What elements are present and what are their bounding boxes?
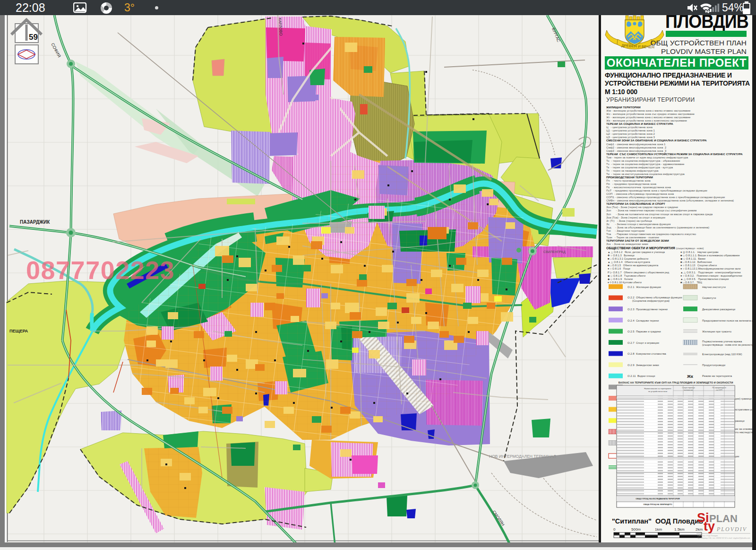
- svg-text:на ОУП: на ОУП: [716, 389, 722, 391]
- svg-text:Сервитути: Сервитути: [702, 297, 716, 299]
- svg-text:О.2.2 Обществено обслужващи ф: О.2.2 Обществено обслужващи функции: [627, 296, 682, 299]
- svg-text:Научни институти: Научни институти: [702, 286, 726, 288]
- svg-text:О.2.9 Земеделски земи: О.2.9 Земеделски земи: [627, 364, 659, 367]
- svg-text:СВИЛЕНГРАД: СВИЛЕНГРАД: [543, 250, 566, 254]
- svg-text:О.2.1 Жилищни функции: О.2.1 Жилищни функции: [627, 286, 661, 288]
- svg-text:О.2.11 Водни площи: О.2.11 Водни площи: [627, 375, 655, 377]
- svg-text:0: 0: [613, 527, 616, 532]
- svg-text:положение: положение: [684, 389, 693, 391]
- svg-text:БАЛАНС НА ТЕРИТОРИИТЕ КЪМ ОУП: БАЛАНС НА ТЕРИТОРИИТЕ КЪМ ОУП НА ГРАД ПЛ…: [619, 381, 733, 384]
- svg-text:ОБЩА ПЛОЩ НА ЗЕМЛИЩЕТО: ОБЩА ПЛОЩ НА ЗЕМЛИЩЕТО: [643, 503, 672, 506]
- svg-text:Съществуващо: Съществуващо: [682, 387, 695, 389]
- svg-text:Жк: Жк: [687, 374, 693, 379]
- svg-text:Режим на територията: Режим на територията: [702, 375, 732, 377]
- svg-text:Електропроводи (над 110 KW): Електропроводи (над 110 KW): [702, 353, 742, 356]
- svg-text:О.2.3 Производствени терени: О.2.3 Производствени терени: [627, 308, 668, 311]
- svg-text:О.2.5 Паркове и градини: О.2.5 Паркове и градини: [627, 330, 661, 333]
- svg-text:ОБЩО ПЛОЩ НА ИЗСЛЕДВАНАТА ТЕРИ: ОБЩО ПЛОЩ НА ИЗСЛЕДВАНАТА ТЕРИТОРИЯ: [636, 498, 680, 500]
- svg-text:59: 59: [29, 33, 38, 42]
- svg-text:(съществуваща - нова или за ре: (съществуваща - нова или за реконструкци…: [702, 343, 752, 346]
- svg-text:Продуктопроводи: Продуктопроводи: [702, 364, 725, 367]
- svg-text:ПАЗАРДЖИК: ПАЗАРДЖИК: [20, 219, 50, 225]
- svg-text:Предохранителни пояси на зелен: Предохранителни пояси на зелената с-ма: [702, 319, 752, 322]
- svg-text:Ситиплан ООД Пловдив: Ситиплан ООД Пловдив: [697, 535, 718, 537]
- svg-text:1km: 1km: [655, 527, 662, 532]
- svg-text:ty: ty: [704, 519, 715, 533]
- svg-text:О.2.8 Комунални стопанства: О.2.8 Комунални стопанства: [627, 352, 666, 355]
- svg-text:1.5km: 1.5km: [674, 527, 685, 532]
- svg-text:Наименование на териториите: Наименование на териториите: [644, 387, 671, 390]
- svg-text:Жилищни при трасето: Жилищни при трасето: [702, 330, 732, 333]
- svg-text:О.2.4 Складови терени: О.2.4 Складови терени: [627, 319, 659, 322]
- svg-text:PLOVDIV: PLOVDIV: [716, 526, 747, 533]
- svg-text:500m: 500m: [631, 527, 641, 532]
- svg-text:Декоративни разсадници: Декоративни разсадници: [702, 308, 735, 311]
- svg-text:по устройствени зони: по устройствени зони: [648, 390, 667, 393]
- svg-text:По предвиждане: По предвиждане: [712, 387, 726, 389]
- svg-text:ПЕЩЕРА: ПЕЩЕРА: [9, 329, 28, 333]
- svg-text:О.2.7 Спорт и атракции: О.2.7 Спорт и атракции: [627, 341, 659, 344]
- svg-text:Първостепенна улична мрежа: Първостепенна улична мрежа: [702, 340, 742, 343]
- svg-text:бул. Марица 154, тел. 032/62 6: бул. Марица 154, тел. 032/62 62 62 e-mai…: [697, 537, 750, 539]
- svg-text:(Социална инфраструктура): (Социална инфраструктура): [632, 299, 670, 302]
- svg-text:НОВ ИНТЕРМОДАЛЕН ТЕРМИНАЛ: НОВ ИНТЕРМОДАЛЕН ТЕРМИНАЛ: [489, 454, 556, 459]
- svg-text:0877702223: 0877702223: [26, 256, 175, 284]
